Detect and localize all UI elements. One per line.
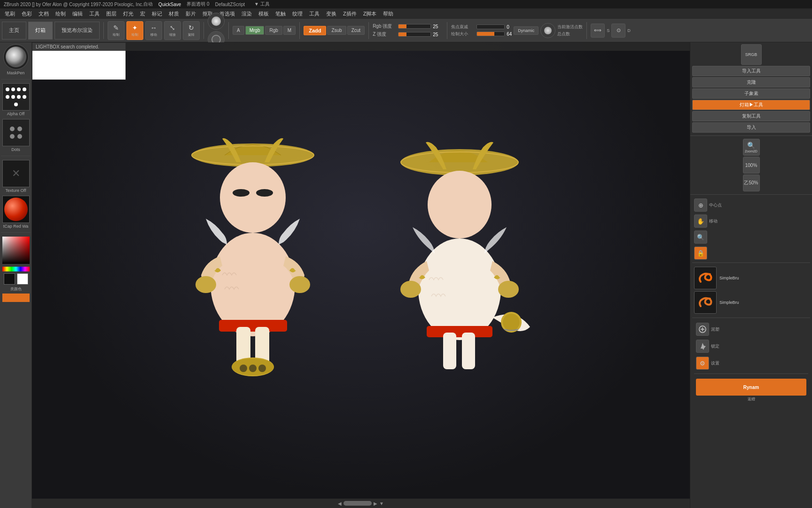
color-gradient[interactable] bbox=[2, 237, 30, 264]
scroll-down[interactable]: ▼ bbox=[379, 501, 384, 506]
rp-div4 bbox=[692, 318, 810, 318]
characters-svg bbox=[149, 111, 572, 430]
dots-item[interactable]: Dots bbox=[1, 119, 31, 152]
drawsize-bar[interactable] bbox=[476, 32, 505, 36]
menu-tool2[interactable]: 工具 bbox=[306, 9, 322, 18]
menu-movie[interactable]: 影片 bbox=[183, 9, 199, 18]
matcap-thumb[interactable] bbox=[2, 196, 30, 223]
menu-draw[interactable]: 绘制 bbox=[53, 9, 69, 18]
alpha-item[interactable]: Alpha Off bbox=[1, 83, 31, 116]
window-controls[interactable]: ▼ 工具 bbox=[254, 1, 270, 8]
copy-tool-btn[interactable]: 复制工具 bbox=[692, 111, 810, 121]
scroll-thumb[interactable] bbox=[344, 501, 372, 506]
menu-color[interactable]: 色彩 bbox=[19, 9, 35, 18]
zoom2d-btn[interactable]: 🔍 Zoom2D bbox=[743, 139, 760, 156]
tab-preview[interactable]: 预览布尔渲染 bbox=[55, 22, 100, 40]
dots-thumb[interactable] bbox=[2, 119, 30, 146]
zoom100-label: 100% bbox=[745, 163, 757, 168]
viewport-canvas[interactable] bbox=[32, 42, 690, 499]
tab-home[interactable]: 主页 bbox=[2, 22, 26, 40]
sculpt-btn[interactable]: ✦ 绘制 bbox=[126, 21, 143, 40]
simplebrush1-entry[interactable]: SimpleBru bbox=[694, 267, 808, 289]
sculpt-tool-btn[interactable] bbox=[696, 323, 709, 336]
menu-transform[interactable]: 变换 bbox=[323, 9, 339, 18]
maskpen-thumb[interactable] bbox=[3, 44, 29, 70]
search-btn[interactable]: 🔍 bbox=[694, 230, 707, 244]
menu-edit[interactable]: 编辑 bbox=[70, 9, 86, 18]
lock-btn[interactable]: 🔒 bbox=[694, 246, 707, 260]
simplebrush2-entry[interactable]: SimpleBru bbox=[694, 291, 808, 314]
dynamic-btn[interactable]: Dynamic bbox=[514, 26, 539, 35]
center-btn[interactable]: ⊕ bbox=[694, 198, 707, 212]
import-btn[interactable]: 导入 bbox=[692, 122, 810, 133]
move-btn[interactable]: ↔ 移动 bbox=[145, 21, 162, 40]
zsub-btn[interactable]: Zsub bbox=[327, 26, 346, 35]
sym-s-label: S bbox=[607, 28, 609, 33]
brush-size-circle[interactable] bbox=[540, 23, 555, 38]
menu-layer[interactable]: 图层 bbox=[103, 9, 119, 18]
toggle-a[interactable]: A bbox=[233, 26, 244, 35]
white-swatch[interactable] bbox=[17, 273, 28, 285]
color-stripe[interactable] bbox=[2, 294, 30, 302]
hue-strip[interactable] bbox=[2, 267, 30, 271]
menu-material[interactable]: 材质 bbox=[166, 9, 182, 18]
zoom100-btn[interactable]: 100% bbox=[743, 157, 760, 174]
maskpen-item[interactable]: MaskPen bbox=[1, 44, 31, 75]
symmetry-btn[interactable]: ⟺ bbox=[591, 24, 605, 38]
zcut-btn[interactable]: Zcut bbox=[347, 26, 365, 35]
rp-div3 bbox=[692, 262, 810, 263]
lightbox-tool-btn[interactable]: 灯箱▶工具 bbox=[692, 100, 810, 110]
menu-marker[interactable]: 标记 bbox=[149, 9, 165, 18]
scroll-left[interactable]: ◀ bbox=[338, 501, 342, 506]
menu-help[interactable]: 帮助 bbox=[380, 9, 396, 18]
rgb-strength-bar[interactable] bbox=[398, 24, 431, 29]
menu-texture[interactable]: 纹理 bbox=[289, 9, 305, 18]
pin-btn[interactable] bbox=[696, 340, 709, 353]
texture-thumb[interactable]: ✕ bbox=[2, 160, 30, 187]
draw-btn[interactable]: ✎ 绘制 bbox=[108, 21, 125, 40]
move-tool-btn[interactable]: ✋ bbox=[694, 214, 707, 228]
z-strength-bar[interactable] bbox=[398, 32, 431, 37]
toggle-rgb[interactable]: Rgb bbox=[265, 26, 282, 35]
rotate-btn[interactable]: ↻ 旋转 bbox=[183, 21, 200, 40]
toggle-mrgb[interactable]: Mrgb bbox=[245, 26, 265, 35]
settings-btn[interactable]: ⚙ bbox=[696, 357, 709, 370]
zoom50-btn[interactable]: 乙50% bbox=[743, 175, 760, 191]
texture-item[interactable]: ✕ Texture Off bbox=[1, 160, 31, 193]
menu-template[interactable]: 模板 bbox=[256, 9, 272, 18]
subtool-btn[interactable]: 子象素 bbox=[692, 88, 810, 99]
scale-btn[interactable]: ⤡ 缩放 bbox=[164, 21, 181, 40]
tab-lightbox[interactable]: 灯箱 bbox=[28, 22, 53, 40]
menu-zplugin[interactable]: Z插件 bbox=[340, 9, 359, 18]
simplebrush2-label: SimpleBru bbox=[719, 300, 739, 305]
viewport[interactable] bbox=[32, 42, 690, 499]
brush-entries: SimpleBru SimpleBru bbox=[692, 265, 810, 316]
maskpen-label: MaskPen bbox=[7, 71, 25, 75]
menu-document[interactable]: 文档 bbox=[36, 9, 52, 18]
zoom-panel: 🔍 Zoom2D 100% 乙50% bbox=[690, 137, 812, 193]
sep7 bbox=[586, 22, 587, 39]
scroll-right[interactable]: ▶ bbox=[374, 501, 377, 506]
toggle-m[interactable]: M bbox=[283, 26, 296, 35]
tool-row-search: 🔍 bbox=[692, 230, 810, 245]
quicksave-btn[interactable]: QuickSave bbox=[158, 2, 181, 7]
menu-light[interactable]: 灯光 bbox=[120, 9, 136, 18]
local-sym-btn[interactable]: ⊙ bbox=[611, 24, 625, 38]
flatten-btn[interactable]: 克隆 bbox=[692, 77, 810, 87]
menu-render[interactable]: 渲染 bbox=[239, 9, 255, 18]
focal-bar[interactable] bbox=[476, 24, 505, 29]
matcap-item[interactable]: tCap Red Wa bbox=[1, 196, 31, 229]
dynamic-big-btn[interactable]: Rynam bbox=[696, 379, 806, 396]
zadd-btn[interactable]: Zadd bbox=[304, 26, 326, 35]
import-tool-btn[interactable]: 导入工具 bbox=[692, 66, 810, 76]
black-swatch[interactable] bbox=[4, 273, 15, 285]
stroke-icon-btn[interactable] bbox=[208, 13, 225, 30]
srgb-btn[interactable]: SRGB bbox=[741, 44, 762, 65]
menu-stroke[interactable]: 笔触 bbox=[273, 9, 289, 18]
dot6 bbox=[11, 95, 15, 99]
menu-brushes[interactable]: 笔刷 bbox=[2, 9, 18, 18]
menu-tool[interactable]: 工具 bbox=[86, 9, 102, 18]
alpha-thumb[interactable] bbox=[2, 83, 30, 111]
menu-macro[interactable]: 宏 bbox=[137, 9, 148, 18]
menu-zscript[interactable]: Z脚本 bbox=[360, 9, 380, 18]
